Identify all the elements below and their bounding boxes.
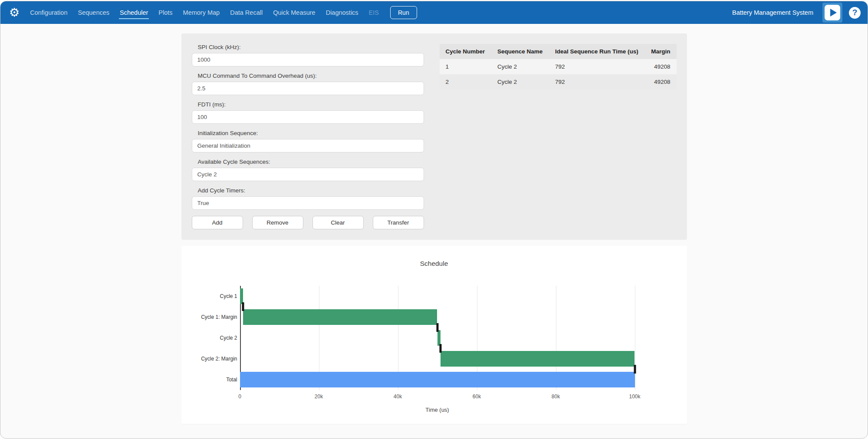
add-button[interactable]: Add xyxy=(192,216,243,229)
chart-title: Schedule xyxy=(181,260,687,268)
schedule-chart: Cycle 1Cycle 1: MarginCycle 2Cycle 2: Ma… xyxy=(186,286,687,390)
chart-x-ticks: 020k40k60k80k100k xyxy=(240,390,635,400)
cycle-table: Cycle Number Sequence Name Ideal Sequenc… xyxy=(440,44,677,89)
x-tick-label: 60k xyxy=(473,394,481,400)
nav-scheduler[interactable]: Scheduler xyxy=(115,2,153,23)
chart-bar-cycle-1-margin xyxy=(243,309,437,325)
chart-bar-cycle-1 xyxy=(240,288,243,304)
nav-memory-map[interactable]: Memory Map xyxy=(178,2,225,23)
main-nav: Configuration Sequences Scheduler Plots … xyxy=(25,2,384,23)
x-tick-label: 20k xyxy=(315,394,323,400)
initialization-sequence-field-group: Initialization Sequence: xyxy=(192,130,424,152)
table-row[interactable]: 2 Cycle 2 792 49208 xyxy=(440,74,677,89)
mcu-overhead-label: MCU Command To Command Overhead (us): xyxy=(198,73,424,79)
mcu-overhead-input[interactable] xyxy=(192,82,424,95)
nav-eis: EIS xyxy=(364,2,384,23)
scheduler-config-panel: SPI Clock (kHz): MCU Command To Command … xyxy=(181,33,687,240)
col-header-margin: Margin xyxy=(645,44,677,59)
nav-quick-measure[interactable]: Quick Measure xyxy=(268,2,321,23)
fdti-field-group: FDTI (ms): xyxy=(192,101,424,124)
col-header-ideal-run-time: Ideal Sequence Run Time (us) xyxy=(549,44,645,59)
topbar-right: Battery Management System ? xyxy=(732,3,861,23)
cell-margin: 49208 xyxy=(645,59,677,74)
y-category-label: Cycle 1: Margin xyxy=(201,307,237,328)
gear-icon[interactable]: ⚙ xyxy=(9,7,20,19)
chart-x-axis-title: Time (us) xyxy=(240,407,635,413)
boundary-marker xyxy=(634,365,636,374)
chart-bar-total xyxy=(240,372,635,387)
table-header-row: Cycle Number Sequence Name Ideal Sequenc… xyxy=(440,44,677,59)
app-window: ⚙ Configuration Sequences Scheduler Plot… xyxy=(0,1,868,439)
initialization-sequence-input[interactable] xyxy=(192,139,424,152)
cell-ideal-run-time: 792 xyxy=(549,74,645,89)
nav-diagnostics[interactable]: Diagnostics xyxy=(321,2,364,23)
x-tick-label: 40k xyxy=(394,394,402,400)
initialization-sequence-label: Initialization Sequence: xyxy=(198,130,424,136)
y-category-label: Cycle 2 xyxy=(220,328,237,348)
nav-plots[interactable]: Plots xyxy=(153,2,178,23)
chart-plot xyxy=(240,286,635,390)
chart-y-labels: Cycle 1Cycle 1: MarginCycle 2Cycle 2: Ma… xyxy=(186,286,240,390)
y-category-label: Total xyxy=(226,369,237,390)
x-tick-label: 100k xyxy=(629,394,640,400)
play-icon xyxy=(825,5,840,20)
app-title: Battery Management System xyxy=(732,9,813,16)
main-content: SPI Clock (kHz): MCU Command To Command … xyxy=(181,33,687,424)
add-cycle-timers-label: Add Cycle Timers: xyxy=(198,187,424,194)
cell-sequence-name: Cycle 2 xyxy=(491,59,549,74)
available-cycle-sequences-field-group: Available Cycle Sequences: xyxy=(192,159,424,181)
transfer-button[interactable]: Transfer xyxy=(373,216,424,229)
x-tick-label: 80k xyxy=(552,394,560,400)
remove-button[interactable]: Remove xyxy=(252,216,303,229)
y-category-label: Cycle 2: Margin xyxy=(201,348,237,369)
chart-bar-cycle-2 xyxy=(437,330,441,346)
y-category-label: Cycle 1 xyxy=(220,286,237,307)
boundary-marker xyxy=(439,344,441,353)
nav-configuration[interactable]: Configuration xyxy=(25,2,72,23)
nav-data-recall[interactable]: Data Recall xyxy=(225,2,268,23)
fdti-label: FDTI (ms): xyxy=(198,101,424,108)
mcu-overhead-field-group: MCU Command To Command Overhead (us): xyxy=(192,73,424,95)
boundary-marker xyxy=(242,302,244,311)
schedule-chart-card: Schedule Cycle 1Cycle 1: MarginCycle 2Cy… xyxy=(181,246,687,424)
scheduler-form: SPI Clock (kHz): MCU Command To Command … xyxy=(192,44,424,229)
spi-clock-field-group: SPI Clock (kHz): xyxy=(192,44,424,66)
clear-button[interactable]: Clear xyxy=(312,216,364,229)
col-header-sequence-name: Sequence Name xyxy=(491,44,549,59)
help-icon[interactable]: ? xyxy=(849,7,861,19)
nav-sequences[interactable]: Sequences xyxy=(72,2,115,23)
top-navbar: ⚙ Configuration Sequences Scheduler Plot… xyxy=(0,1,868,24)
cell-cycle-number: 1 xyxy=(440,59,491,74)
chart-bar-cycle-2-margin xyxy=(441,351,635,367)
gridline xyxy=(635,286,635,390)
spi-clock-input[interactable] xyxy=(192,53,424,66)
cycle-table-container: Cycle Number Sequence Name Ideal Sequenc… xyxy=(440,44,677,229)
x-tick-label: 0 xyxy=(238,394,241,400)
cell-sequence-name: Cycle 2 xyxy=(491,74,549,89)
run-button[interactable]: Run xyxy=(390,6,417,19)
boundary-marker xyxy=(436,323,438,332)
cell-ideal-run-time: 792 xyxy=(549,59,645,74)
col-header-cycle-number: Cycle Number xyxy=(440,44,491,59)
cell-cycle-number: 2 xyxy=(440,74,491,89)
available-cycle-sequences-label: Available Cycle Sequences: xyxy=(198,159,424,165)
form-actions: Add Remove Clear Transfer xyxy=(192,216,424,229)
spi-clock-label: SPI Clock (kHz): xyxy=(198,44,424,50)
add-cycle-timers-field-group: Add Cycle Timers: xyxy=(192,187,424,210)
table-row[interactable]: 1 Cycle 2 792 49208 xyxy=(440,59,677,74)
play-button[interactable] xyxy=(822,3,842,23)
add-cycle-timers-input[interactable] xyxy=(192,196,424,210)
available-cycle-sequences-input[interactable] xyxy=(192,168,424,181)
fdti-input[interactable] xyxy=(192,110,424,124)
cell-margin: 49208 xyxy=(645,74,677,89)
